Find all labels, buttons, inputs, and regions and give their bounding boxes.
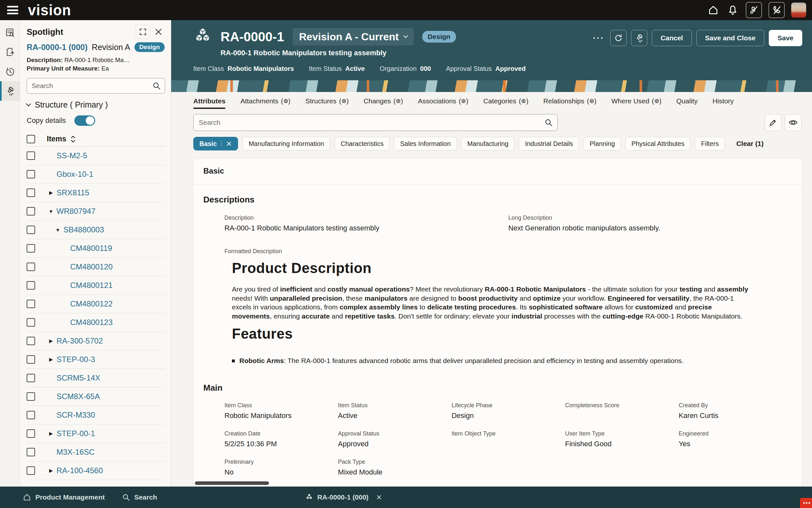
chat-widget[interactable] xyxy=(800,498,812,508)
expand-icon[interactable] xyxy=(136,25,150,39)
filter-chip[interactable]: Physical Attributes xyxy=(625,137,690,151)
filter-chip[interactable]: Filters xyxy=(695,137,725,151)
tree-item-link[interactable]: CM4800122 xyxy=(70,299,113,308)
spotlight-item-link[interactable]: RA-0000-1 (000) xyxy=(27,43,88,52)
tab[interactable]: Attachments () xyxy=(240,97,290,108)
horizontal-scrollbar[interactable] xyxy=(195,481,269,485)
save-and-close-button[interactable]: Save and Close xyxy=(697,30,764,46)
tree-item-link[interactable]: CM4800120 xyxy=(70,262,113,271)
tree-item-link[interactable]: CM4800121 xyxy=(70,281,113,290)
row-checkbox[interactable] xyxy=(27,225,35,234)
tree-item-link[interactable]: SCRM5-14X xyxy=(56,374,100,383)
search-icon[interactable] xyxy=(152,81,161,90)
tree-expand-arrow-icon[interactable] xyxy=(47,338,55,344)
attributes-search-input[interactable] xyxy=(193,114,558,131)
select-all-checkbox[interactable] xyxy=(27,135,35,143)
tab[interactable]: Quality () xyxy=(676,97,697,108)
close-tab-icon[interactable] xyxy=(376,494,382,500)
filter-chip[interactable]: Industrial Details xyxy=(519,137,579,151)
tree-item-link[interactable]: SCR-M330 xyxy=(56,411,95,420)
copy-details-toggle[interactable] xyxy=(75,115,95,126)
tree-expand-arrow-icon[interactable] xyxy=(47,431,55,436)
tree-item-link[interactable]: M3X-16SC xyxy=(56,448,95,457)
row-checkbox[interactable] xyxy=(27,355,35,364)
filter-chip[interactable]: Manufacturing Information xyxy=(242,137,330,151)
tab[interactable]: Attributes () xyxy=(193,97,226,108)
search-icon[interactable] xyxy=(544,118,553,127)
row-checkbox[interactable] xyxy=(27,411,35,419)
spotlight-icon[interactable] xyxy=(0,81,20,101)
structure-section-toggle[interactable]: Structure ( Primary ) xyxy=(27,100,165,110)
tree-item-link[interactable]: SCM8X-65A xyxy=(56,392,100,401)
filter-chip[interactable]: Basic xyxy=(193,137,238,151)
tree-expand-arrow-icon[interactable] xyxy=(54,227,62,233)
row-checkbox[interactable] xyxy=(27,170,35,178)
tree-item-link[interactable]: SRX8115 xyxy=(56,188,89,197)
row-checkbox[interactable] xyxy=(27,429,35,438)
spotlight-icon[interactable] xyxy=(631,30,647,46)
remove-filter-icon[interactable] xyxy=(221,141,232,146)
tree-item-link[interactable]: RA-100-4560 xyxy=(56,466,103,475)
user-avatar[interactable] xyxy=(791,3,806,17)
close-icon[interactable] xyxy=(152,25,165,38)
row-checkbox[interactable] xyxy=(27,448,35,456)
tab[interactable]: Structures () xyxy=(305,97,348,108)
filter-chip[interactable]: Planning xyxy=(583,137,621,151)
clear-filters-link[interactable]: Clear (1) xyxy=(736,140,764,147)
tree-item-link[interactable]: Gbox-10-1 xyxy=(56,170,93,179)
tree-expand-arrow-icon[interactable] xyxy=(47,190,55,196)
row-checkbox[interactable] xyxy=(27,466,35,475)
spotlight-search-input[interactable] xyxy=(27,78,165,94)
refresh-icon[interactable] xyxy=(610,30,627,46)
tree-item-link[interactable]: STEP-00-1 xyxy=(56,429,95,438)
tree-expand-arrow-icon[interactable] xyxy=(47,468,55,473)
row-checkbox[interactable] xyxy=(27,188,35,197)
row-checkbox[interactable] xyxy=(27,300,35,308)
row-checkbox[interactable] xyxy=(27,263,35,271)
history-icon[interactable] xyxy=(0,62,20,81)
tree-item-link[interactable]: STEP-00-3 xyxy=(56,355,95,364)
bell-icon[interactable] xyxy=(726,4,739,16)
bottom-search-link[interactable]: Search xyxy=(122,493,157,502)
row-checkbox[interactable] xyxy=(27,207,35,215)
filter-chip[interactable]: Manufacturing xyxy=(461,137,515,151)
open-item-tab[interactable]: RA-0000-1 (000) xyxy=(305,493,382,501)
view-eye-icon[interactable] xyxy=(785,114,802,131)
item-list-search-icon[interactable] xyxy=(0,23,20,42)
tree-item-link[interactable]: SS-M2-5 xyxy=(56,151,87,160)
row-checkbox[interactable] xyxy=(27,374,35,382)
tab[interactable]: Relationships () xyxy=(543,97,596,108)
hamburger-menu-icon[interactable] xyxy=(7,6,18,14)
tab[interactable]: History () xyxy=(713,97,734,108)
tree-item-link[interactable]: RA-300-5702 xyxy=(56,336,103,345)
tab[interactable]: Where Used () xyxy=(611,97,661,108)
tree-item-link[interactable]: WR807947 xyxy=(56,207,95,216)
call-slash-icon[interactable] xyxy=(768,2,785,18)
row-checkbox[interactable] xyxy=(27,318,35,327)
tab[interactable]: Associations () xyxy=(418,97,468,108)
more-actions-icon[interactable]: ··· xyxy=(593,33,605,43)
product-management-link[interactable]: Product Management xyxy=(23,493,105,502)
filter-chip[interactable]: Characteristics xyxy=(335,137,390,151)
tree-item-link[interactable]: CM4800123 xyxy=(70,318,113,327)
revision-selector[interactable]: Revision A - Current xyxy=(293,28,414,45)
clipboard-upload-icon[interactable] xyxy=(0,42,20,62)
row-checkbox[interactable] xyxy=(27,281,35,290)
edit-pencil-icon[interactable] xyxy=(765,114,781,131)
row-checkbox[interactable] xyxy=(27,392,35,401)
row-checkbox[interactable] xyxy=(27,244,35,253)
tree-expand-arrow-icon[interactable] xyxy=(47,356,55,363)
person-slash-icon[interactable] xyxy=(746,2,762,18)
tree-expand-arrow-icon[interactable] xyxy=(47,209,55,214)
row-checkbox[interactable] xyxy=(27,152,35,160)
row-checkbox[interactable] xyxy=(27,337,35,345)
tree-item-link[interactable]: SB4880003 xyxy=(63,225,104,234)
save-button[interactable]: Save xyxy=(769,30,802,46)
home-icon[interactable] xyxy=(707,4,720,16)
tab[interactable]: Categories () xyxy=(483,97,528,108)
filter-chip[interactable]: Sales Information xyxy=(394,137,457,151)
tree-item-link[interactable]: CM4800119 xyxy=(70,244,112,253)
cancel-button[interactable]: Cancel xyxy=(652,30,692,46)
tab[interactable]: Changes () xyxy=(364,97,403,108)
sort-icon[interactable] xyxy=(69,135,77,143)
